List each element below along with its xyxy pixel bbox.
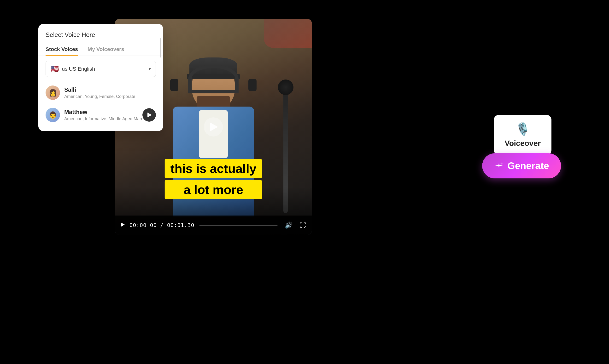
video-control-play[interactable]	[121, 222, 125, 228]
language-flag: 🇺🇸	[51, 65, 59, 73]
voice-avatar-salli: 👩	[46, 86, 60, 100]
microphone-icon: 🎙️	[515, 122, 530, 136]
voice-info-salli: Salli American, Young, Female, Corporate	[64, 86, 156, 99]
scene: this is actually a lot more 00:00 00 / 0…	[0, 0, 609, 364]
subtitle-line2: a lot more	[165, 180, 262, 199]
generate-label: Generate	[508, 160, 549, 171]
voice-info-matthew: Matthew American, Informative, Middle Ag…	[64, 109, 142, 121]
generate-button[interactable]: Generate	[482, 153, 561, 178]
subtitle-overlay: this is actually a lot more	[165, 159, 262, 201]
voice-panel-title: Select Voice Here	[46, 31, 156, 39]
sparkle-icon	[494, 161, 504, 171]
voice-desc-matthew: American, Informative, Middle Aged Man	[64, 116, 142, 121]
voiceover-button[interactable]: 🎙️ Voiceover	[494, 115, 552, 155]
voice-name-salli: Salli	[64, 86, 156, 93]
video-progress-bar[interactable]	[199, 225, 278, 226]
voice-selection-panel: Select Voice Here Stock Voices My Voiceo…	[38, 24, 163, 131]
voice-avatar-matthew: 👨	[46, 108, 60, 122]
video-fullscreen-icon[interactable]: ⛶	[300, 221, 306, 229]
voiceover-label: Voiceover	[505, 139, 541, 148]
video-volume-icon[interactable]: 🔊	[285, 221, 292, 229]
tab-stock-voices[interactable]: Stock Voices	[46, 43, 78, 56]
voice-name-matthew: Matthew	[64, 109, 142, 116]
video-play-button[interactable]	[204, 117, 223, 136]
language-dropdown[interactable]: 🇺🇸 us US English ▾	[46, 61, 156, 77]
voice-item-salli[interactable]: 👩 Salli American, Young, Female, Corpora…	[46, 82, 156, 104]
voice-panel-body: 🇺🇸 us US English ▾ 👩 Salli American, You…	[38, 56, 163, 131]
voice-desc-salli: American, Young, Female, Corporate	[64, 94, 156, 99]
video-time-display: 00:00 00 / 00:01.30	[129, 222, 194, 228]
language-label: us US English	[62, 66, 95, 72]
voice-list: 👩 Salli American, Young, Female, Corpora…	[46, 82, 156, 126]
subtitle-line1: this is actually	[165, 159, 262, 178]
voice-tabs: Stock Voices My Voiceovers	[38, 43, 163, 56]
tab-my-voiceovers[interactable]: My Voiceovers	[87, 43, 124, 56]
voice-panel-header: Select Voice Here Stock Voices My Voiceo…	[38, 24, 163, 56]
scroll-bar[interactable]	[160, 38, 161, 57]
voice-item-matthew[interactable]: 👨 Matthew American, Informative, Middle …	[46, 104, 156, 126]
dropdown-chevron-icon: ▾	[149, 66, 151, 72]
video-controls-bar: 00:00 00 / 00:01.30 🔊 ⛶	[115, 216, 312, 235]
voice-play-button-matthew[interactable]	[142, 108, 156, 122]
